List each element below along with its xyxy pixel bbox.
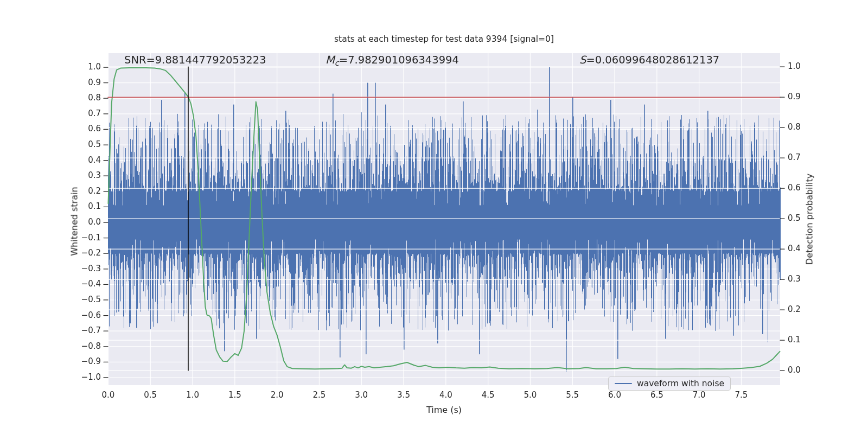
y-left-tick-label: 0.4 xyxy=(47,155,101,165)
y-right-tick-label: 0.9 xyxy=(788,92,820,101)
y-right-tick-label: 0.1 xyxy=(788,335,820,344)
y-left-tick-label: −0.8 xyxy=(47,341,101,351)
y-left-tick-label: 1.0 xyxy=(47,62,101,72)
y-left-tick-label: 0.1 xyxy=(47,201,101,211)
y-left-tick-label: −0.4 xyxy=(47,279,101,289)
x-tick-label: 4.5 xyxy=(472,390,505,400)
y-right-tick-label: 0.2 xyxy=(788,304,820,314)
y-left-tick-label: −0.3 xyxy=(47,264,101,273)
x-tick-label: 5.5 xyxy=(556,390,589,400)
y-left-tick-label: 0.6 xyxy=(47,124,101,133)
y-right-tick-label: 0.3 xyxy=(788,274,820,284)
x-tick-label: 0.0 xyxy=(92,390,124,400)
chart-title: stats at each timestep for test data 939… xyxy=(108,34,780,44)
y-right-tick-label: 0.8 xyxy=(788,122,820,132)
x-tick-label: 5.0 xyxy=(514,390,546,400)
y-left-tick-label: 0.9 xyxy=(47,78,101,87)
x-tick-label: 7.5 xyxy=(725,390,757,400)
y-left-tick-label: 0.3 xyxy=(47,170,101,180)
x-tick-label: 3.5 xyxy=(387,390,420,400)
y-right-tick-label: 0.6 xyxy=(788,183,820,193)
y-left-tick-label: 0.2 xyxy=(47,186,101,196)
x-tick-label: 6.0 xyxy=(598,390,631,400)
x-tick-label: 4.0 xyxy=(430,390,462,400)
x-tick-label: 6.5 xyxy=(641,390,673,400)
y-left-tick-label: −0.7 xyxy=(47,326,101,335)
y-right-tick-label: 1.0 xyxy=(788,61,820,71)
y-left-tick-label: −0.1 xyxy=(47,233,101,242)
y-left-tick-label: 0.7 xyxy=(47,108,101,118)
x-tick-label: 3.0 xyxy=(345,390,378,400)
y-right-tick-label: 0.4 xyxy=(788,244,820,253)
y-right-tick-label: 0.0 xyxy=(788,365,820,375)
y-left-tick-label: −0.6 xyxy=(47,310,101,320)
x-axis-label: Time (s) xyxy=(108,405,780,415)
x-tick-label: 7.0 xyxy=(683,390,716,400)
y-right-tick-label: 0.7 xyxy=(788,152,820,162)
y-left-tick-label: 0.5 xyxy=(47,139,101,149)
legend: waveform with noise xyxy=(608,376,731,391)
y-left-tick-label: 0.8 xyxy=(47,93,101,103)
stat-annotation-chirp-mass: Mc=7.982901096343994 xyxy=(326,54,459,67)
stat-annotation-snr: SNR=9.881447792053223 xyxy=(124,54,266,66)
y-right-tick-label: 0.5 xyxy=(788,213,820,223)
legend-line-sample xyxy=(615,383,632,385)
figure: stats at each timestep for test data 939… xyxy=(0,0,868,434)
y-left-tick-label: −0.2 xyxy=(47,248,101,258)
y-left-tick-label: −0.5 xyxy=(47,295,101,304)
legend-label: waveform with noise xyxy=(637,379,724,388)
x-tick-label: 1.0 xyxy=(176,390,209,400)
x-tick-label: 2.0 xyxy=(261,390,293,400)
y-left-tick-label: 0.0 xyxy=(47,217,101,227)
y-left-tick-label: −1.0 xyxy=(47,372,101,382)
x-tick-label: 2.5 xyxy=(303,390,335,400)
x-tick-label: 1.5 xyxy=(219,390,251,400)
stat-annotation-score: S=0.06099648028612137 xyxy=(579,54,719,66)
x-tick-label: 0.5 xyxy=(134,390,167,400)
y-left-tick-label: −0.9 xyxy=(47,356,101,366)
